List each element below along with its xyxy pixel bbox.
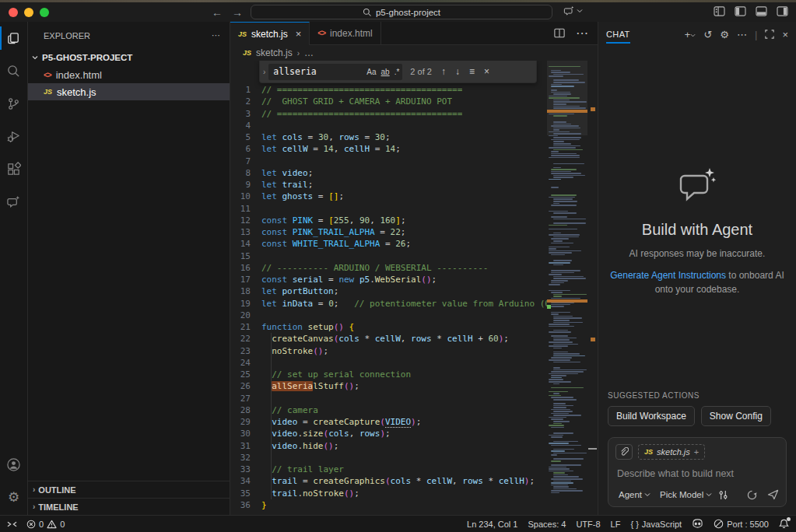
nav-back-icon[interactable]: ← [212, 6, 223, 19]
live-server-port[interactable]: Port : 5500 [714, 519, 769, 529]
code-line[interactable]: 35 trail.noStroke(); [230, 488, 547, 499]
activity-search-button[interactable] [0, 54, 28, 87]
cursor-position[interactable]: Ln 234, Col 1 [467, 520, 517, 529]
activity-run-debug-button[interactable] [0, 120, 28, 152]
code-line[interactable]: 6let cellW = 14, cellH = 14; [230, 143, 547, 155]
code-line[interactable]: 2// GHOST GRID + CAMERA + ARDUINO POT [230, 96, 547, 107]
code-line[interactable]: 27 [230, 393, 547, 404]
generate-instructions-link[interactable]: Generate Agent Instructions [610, 270, 726, 281]
activity-explorer-button[interactable] [0, 22, 28, 54]
code-line[interactable]: 4 [230, 120, 547, 131]
code-line[interactable]: 12const PINK = [255, 90, 160]; [230, 215, 547, 226]
copilot-menu-button[interactable] [563, 5, 583, 16]
file-row-sketch-js[interactable]: JS sketch.js [28, 83, 230, 100]
send-icon[interactable] [767, 489, 779, 500]
scrollbar-handle[interactable] [588, 448, 597, 450]
code-line[interactable]: 21function setup() { [230, 321, 547, 333]
folder-root-row[interactable]: P5-GHOST-PROJECT [28, 49, 230, 66]
file-row-index-html[interactable]: <> index.html [28, 66, 230, 83]
language-mode[interactable]: { } JavaScript [630, 520, 682, 529]
activity-chat-button[interactable] [0, 185, 28, 218]
chat-settings-gear-icon[interactable]: ⚙ [720, 29, 729, 40]
split-editor-icon[interactable] [554, 28, 565, 38]
find-in-selection-toggle[interactable]: ≡ [469, 66, 475, 77]
code-editor[interactable]: › allseria Aa ab .* 2 of 2 ↑ ↓ ≡ × 1// =… [230, 61, 598, 515]
add-context-icon[interactable]: + [694, 447, 699, 457]
eol-indicator[interactable]: LF [611, 520, 621, 529]
context-file-chip[interactable]: JS sketch.js + [638, 444, 705, 460]
code-line[interactable]: 14const WHITE_TRAIL_ALPHA = 26; [230, 238, 547, 250]
notifications-bell[interactable] [779, 519, 789, 529]
overview-ruler[interactable] [587, 61, 598, 515]
code-line[interactable]: 3// ==================================== [230, 108, 547, 120]
toggle-panel-icon[interactable] [756, 6, 767, 16]
show-config-button[interactable]: Show Config [701, 406, 771, 426]
window-controls[interactable] [9, 8, 49, 17]
code-line[interactable]: 34 trail = createGraphics(cols * cellW, … [230, 475, 547, 487]
code-line[interactable]: 9let trail; [230, 179, 547, 191]
find-input[interactable]: allseria Aa ab .* [268, 64, 402, 80]
editor-more-actions-icon[interactable]: ⋯ [576, 26, 588, 40]
remote-indicator[interactable] [7, 520, 17, 529]
code-line[interactable]: 22 createCanvas(cols * cellW, rows * cel… [230, 333, 547, 345]
timeline-section-header[interactable]: › TIMELINE [28, 498, 230, 515]
new-chat-button[interactable]: + [685, 29, 696, 40]
chat-more-actions-icon[interactable]: ⋯ [737, 29, 747, 40]
code-line[interactable]: 28 // camera [230, 404, 547, 416]
problems-indicator[interactable]: 0 0 [26, 520, 65, 529]
code-line[interactable]: 18let portButton; [230, 285, 547, 297]
code-line[interactable]: 17const serial = new p5.WebSerial(); [230, 274, 547, 285]
agent-mode-dropdown[interactable]: Agent [615, 488, 654, 501]
toggle-secondary-sidebar-icon[interactable] [777, 6, 788, 16]
whole-word-toggle[interactable]: ab [381, 68, 390, 76]
code-line[interactable]: 15 [230, 250, 547, 262]
activity-source-control-button[interactable] [0, 87, 28, 120]
code-line[interactable]: 32 [230, 452, 547, 464]
code-line[interactable]: 24 [230, 357, 547, 369]
chat-input-box[interactable]: JS sketch.js + Describe what to build ne… [608, 437, 787, 507]
voice-chat-icon[interactable] [746, 490, 758, 500]
find-toggle-replace-icon[interactable]: › [263, 68, 265, 76]
command-center[interactable]: p5-ghost-project [251, 5, 552, 19]
code-line[interactable]: 8let video; [230, 167, 547, 179]
code-line[interactable]: 16// ---------- ARDUINO / WEBSERIAL ----… [230, 262, 547, 274]
code-line[interactable]: 29 video = createCapture(VIDEO); [230, 416, 547, 428]
code-line[interactable]: 36} [230, 499, 547, 511]
code-line[interactable]: 33 // trail layer [230, 464, 547, 475]
code-line[interactable]: 20 [230, 310, 547, 321]
code-line[interactable]: 5let cols = 30, rows = 30; [230, 131, 547, 143]
build-workspace-button[interactable]: Build Workspace [608, 406, 695, 426]
code-line[interactable]: 19let inData = 0; // potentiometer value… [230, 298, 547, 310]
maximize-window-button[interactable] [40, 8, 49, 17]
activity-extensions-button[interactable] [0, 152, 28, 185]
code-line[interactable]: 11 [230, 203, 547, 215]
accounts-button[interactable] [0, 448, 28, 481]
indentation-indicator[interactable]: Spaces: 4 [528, 520, 566, 529]
code-line[interactable]: 13const PINK_TRAIL_ALPHA = 22; [230, 226, 547, 238]
explorer-more-actions-icon[interactable]: ⋯ [212, 30, 220, 40]
regex-toggle[interactable]: .* [394, 68, 400, 76]
code-line[interactable]: 1// ==================================== [230, 84, 547, 96]
chat-history-icon[interactable]: ↺ [703, 29, 712, 40]
breadcrumb-symbol[interactable]: … [304, 47, 314, 58]
chat-tab[interactable]: CHAT [606, 30, 630, 44]
attach-context-button[interactable] [615, 444, 633, 460]
code-line[interactable]: 23 noStroke(); [230, 345, 547, 357]
code-line[interactable]: 25 // set up serial connection [230, 369, 547, 380]
breadcrumb[interactable]: JS sketch.js › … [230, 45, 598, 61]
encoding-indicator[interactable]: UTF-8 [576, 520, 600, 529]
chat-input-placeholder[interactable]: Describe what to build next [617, 468, 779, 479]
code-line[interactable]: 26 allSerialStuff(); [230, 380, 547, 392]
close-window-button[interactable] [9, 8, 18, 17]
find-previous-button[interactable]: ↑ [441, 66, 446, 77]
match-case-toggle[interactable]: Aa [366, 68, 376, 76]
breadcrumb-file[interactable]: sketch.js [256, 47, 293, 58]
close-tab-icon[interactable]: × [296, 28, 302, 40]
minimap[interactable] [547, 61, 587, 515]
toggle-primary-sidebar-icon[interactable] [735, 6, 746, 16]
outline-section-header[interactable]: › OUTLINE [28, 481, 230, 498]
model-picker-dropdown[interactable]: Pick Model [657, 488, 715, 501]
minimize-window-button[interactable] [24, 8, 33, 17]
find-close-button[interactable]: × [484, 66, 489, 77]
nav-forward-icon[interactable]: → [232, 6, 243, 19]
